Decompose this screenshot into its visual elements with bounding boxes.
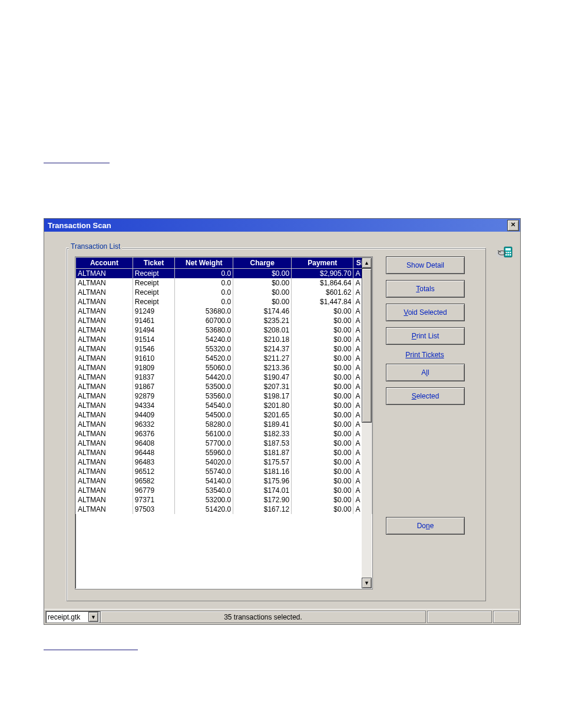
table-cell: ALTMAN [76, 344, 133, 354]
col-header-charge[interactable]: Charge [233, 258, 292, 269]
scrollbar-track[interactable] [362, 268, 372, 578]
table-cell: $601.62 [292, 288, 353, 297]
col-header-account[interactable]: Account [76, 258, 133, 269]
table-row[interactable]: ALTMANReceipt0.0$0.00$601.62A [76, 288, 372, 297]
table-row[interactable]: ALTMAN9651255740.0$181.16$0.00A [76, 467, 372, 476]
transaction-grid[interactable]: Account Ticket Net Weight Charge Payment… [75, 256, 373, 589]
show-detail-button[interactable]: Show Detail [386, 256, 465, 274]
svg-rect-5 [510, 252, 511, 253]
col-header-netweight[interactable]: Net Weight [175, 258, 233, 269]
print-list-button[interactable]: Print List [386, 327, 465, 345]
table-cell: 53500.0 [175, 382, 233, 391]
table-cell: 96582 [133, 476, 175, 486]
table-row[interactable]: ALTMANReceipt0.0$0.00$1,447.84A [76, 297, 372, 307]
triangle-up-icon: ▲ [364, 260, 369, 266]
scroll-up-button[interactable]: ▲ [362, 258, 372, 268]
table-cell: Receipt [133, 297, 175, 307]
table-row[interactable]: ALTMAN9640857700.0$187.53$0.00A [76, 439, 372, 448]
table-cell: $207.31 [233, 382, 292, 391]
table-cell: ALTMAN [76, 363, 133, 373]
table-cell: ALTMAN [76, 316, 133, 325]
table-cell: 96448 [133, 448, 175, 457]
table-cell: 96332 [133, 420, 175, 429]
table-row[interactable]: ALTMAN9149453680.0$208.01$0.00A [76, 325, 372, 335]
table-row[interactable]: ALTMAN9637656100.0$182.33$0.00A [76, 429, 372, 439]
table-row[interactable]: ALTMAN9183754420.0$190.47$0.00A [76, 373, 372, 382]
scrollbar-thumb[interactable] [362, 268, 372, 423]
totals-button[interactable]: Totals [386, 280, 465, 298]
titlebar: Transaction Scan × [44, 219, 520, 232]
table-cell: 55060.0 [175, 363, 233, 373]
table-row[interactable]: ALTMANReceipt0.0$0.00$1,864.64A [76, 278, 372, 288]
calculator-icon[interactable] [495, 246, 513, 259]
table-cell: $172.90 [233, 495, 292, 505]
table-cell: Receipt [133, 269, 175, 279]
table-cell: $187.53 [233, 439, 292, 448]
scroll-down-button[interactable]: ▼ [362, 578, 372, 588]
table-row[interactable]: ALTMAN9124953680.0$174.46$0.00A [76, 307, 372, 316]
dropdown-arrow-icon[interactable]: ▼ [88, 612, 98, 622]
table-cell: $198.17 [233, 391, 292, 401]
table-cell: ALTMAN [76, 354, 133, 363]
table-row[interactable]: ALTMAN9644855960.0$181.87$0.00A [76, 448, 372, 457]
table-cell: $0.00 [292, 307, 353, 316]
table-row[interactable]: ALTMAN9186753500.0$207.31$0.00A [76, 382, 372, 391]
table-cell: 54140.0 [175, 476, 233, 486]
table-cell: 91494 [133, 325, 175, 335]
table-row[interactable]: ALTMAN9287953560.0$198.17$0.00A [76, 391, 372, 401]
table-row[interactable]: ALTMAN9440954500.0$201.65$0.00A [76, 410, 372, 420]
status-spacer-2 [493, 611, 519, 623]
table-row[interactable]: ALTMAN9648354020.0$175.57$0.00A [76, 457, 372, 467]
table-cell: 94409 [133, 410, 175, 420]
status-file-combo[interactable]: receipt.gtk ▼ [45, 611, 100, 623]
table-cell: 94334 [133, 401, 175, 410]
table-row[interactable]: ALTMAN9151454240.0$210.18$0.00A [76, 335, 372, 344]
void-selected-button[interactable]: Void Selected [386, 304, 465, 321]
status-file-value: receipt.gtk [48, 613, 80, 621]
close-button[interactable]: × [507, 220, 519, 231]
table-cell: Receipt [133, 278, 175, 288]
table-cell: $175.57 [233, 457, 292, 467]
table-cell: $0.00 [292, 363, 353, 373]
vertical-scrollbar[interactable]: ▲ ▼ [362, 258, 372, 588]
table-cell: 91461 [133, 316, 175, 325]
table-cell: ALTMAN [76, 429, 133, 439]
table-cell: $210.18 [233, 335, 292, 344]
done-button[interactable]: Done [386, 517, 465, 535]
table-cell: $0.00 [292, 410, 353, 420]
print-selected-button[interactable]: Selected [386, 387, 465, 405]
table-row[interactable]: ALTMAN9677953540.0$174.01$0.00A [76, 486, 372, 495]
table-row[interactable]: ALTMAN9658254140.0$175.96$0.00A [76, 476, 372, 486]
table-row[interactable]: ALTMAN9146160700.0$235.21$0.00A [76, 316, 372, 325]
col-header-ticket[interactable]: Ticket [133, 258, 175, 269]
table-cell: 54500.0 [175, 410, 233, 420]
table-row[interactable]: ALTMAN9633258280.0$189.41$0.00A [76, 420, 372, 429]
table-cell: $0.00 [233, 278, 292, 288]
table-cell: $1,864.64 [292, 278, 353, 288]
table-row[interactable]: ALTMAN9161054520.0$211.27$0.00A [76, 354, 372, 363]
table-cell: ALTMAN [76, 439, 133, 448]
transaction-list-group: Transaction List Account Ticket Net We [67, 242, 486, 601]
table-row[interactable]: ALTMAN9154655320.0$214.37$0.00A [76, 344, 372, 354]
table-cell: 53200.0 [175, 495, 233, 505]
table-cell: 96779 [133, 486, 175, 495]
table-cell: 92879 [133, 391, 175, 401]
table-cell: $0.00 [233, 269, 292, 279]
print-all-button[interactable]: All [386, 364, 465, 381]
table-cell: $0.00 [292, 457, 353, 467]
table-cell: ALTMAN [76, 373, 133, 382]
table-cell: $0.00 [292, 335, 353, 344]
svg-rect-7 [508, 254, 510, 256]
table-cell: $0.00 [292, 448, 353, 457]
table-cell: ALTMAN [76, 325, 133, 335]
table-cell: $181.16 [233, 467, 292, 476]
table-row[interactable]: ALTMAN9737153200.0$172.90$0.00A [76, 495, 372, 505]
table-cell: ALTMAN [76, 335, 133, 344]
table-cell: ALTMAN [76, 457, 133, 467]
table-row[interactable]: ALTMANReceipt0.0$0.00$2,905.70A [76, 269, 372, 279]
col-header-payment[interactable]: Payment [292, 258, 353, 269]
table-row[interactable]: ALTMAN9180955060.0$213.36$0.00A [76, 363, 372, 373]
table-row[interactable]: ALTMAN9750351420.0$167.12$0.00A [76, 505, 372, 514]
table-row[interactable]: ALTMAN9433454540.0$201.80$0.00A [76, 401, 372, 410]
table-cell: ALTMAN [76, 476, 133, 486]
